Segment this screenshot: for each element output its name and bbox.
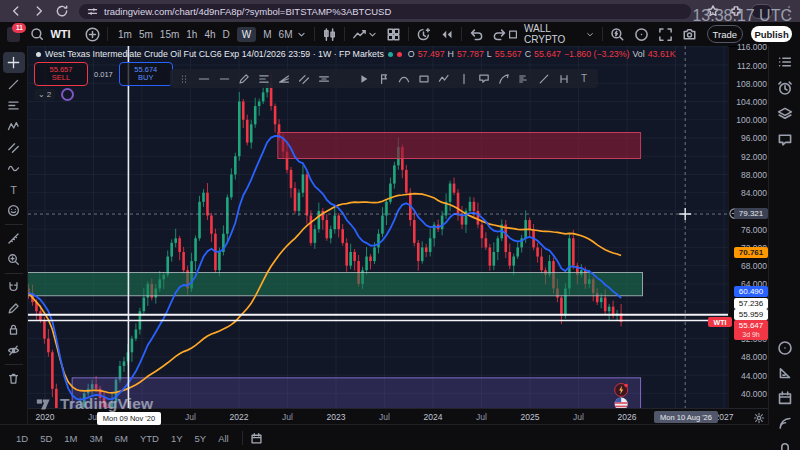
indicators-collapse-chip[interactable]: ⌄ 2 bbox=[34, 89, 55, 100]
timeframe-1h[interactable]: 1h bbox=[186, 29, 197, 40]
callout-icon[interactable] bbox=[474, 71, 494, 86]
undo-icon[interactable] bbox=[469, 27, 484, 42]
trend-line-icon[interactable] bbox=[534, 71, 554, 86]
calendar-icon[interactable] bbox=[777, 390, 793, 406]
range-6M[interactable]: 6M bbox=[115, 433, 128, 444]
timeframe-6M[interactable]: 6M bbox=[279, 29, 293, 40]
range-5D[interactable]: 5D bbox=[40, 433, 52, 444]
range-5Y[interactable]: 5Y bbox=[195, 433, 207, 444]
flat-channel-icon[interactable] bbox=[314, 71, 334, 86]
indicators-dropdown-icon[interactable] bbox=[367, 27, 378, 42]
timeframe-15m[interactable]: 15m bbox=[160, 29, 179, 40]
browser-url-bar[interactable]: tradingview.com/chart/4d9nFA8p/?symbol=B… bbox=[79, 4, 691, 19]
range-1D[interactable]: 1D bbox=[16, 433, 28, 444]
zoom-in-icon[interactable] bbox=[4, 250, 24, 269]
buy-button[interactable]: 55.674BUY bbox=[119, 62, 173, 86]
browser-refresh-icon[interactable] bbox=[55, 4, 69, 18]
trend-line-icon[interactable] bbox=[4, 75, 24, 94]
chart-style-icon[interactable] bbox=[322, 27, 337, 42]
layout-checkbox-icon[interactable] bbox=[507, 27, 519, 42]
parallel-channel-icon[interactable] bbox=[4, 138, 24, 157]
publish-button[interactable]: Publish bbox=[751, 26, 792, 42]
fib-retracement-icon[interactable] bbox=[254, 71, 274, 86]
range-All[interactable]: All bbox=[218, 433, 229, 444]
text-icon[interactable]: T bbox=[4, 180, 24, 199]
draw-edit-icon[interactable] bbox=[4, 299, 24, 318]
object-tree-icon[interactable] bbox=[777, 106, 793, 122]
fib-wedge-icon[interactable] bbox=[274, 71, 294, 86]
price-chart[interactable] bbox=[28, 46, 728, 408]
snapshot-icon[interactable] bbox=[682, 27, 697, 42]
measure-icon[interactable] bbox=[4, 229, 24, 248]
wave-icon[interactable] bbox=[4, 159, 24, 178]
xabcd-pattern-icon[interactable] bbox=[4, 117, 24, 136]
emoji-icon[interactable] bbox=[4, 201, 24, 220]
range-3M[interactable]: 3M bbox=[90, 433, 103, 444]
browser-back-icon[interactable] bbox=[9, 4, 23, 18]
symbol-search-icon[interactable] bbox=[30, 27, 45, 42]
timeframe-1m[interactable]: 1m bbox=[118, 29, 132, 40]
fullscreen-icon[interactable] bbox=[658, 27, 673, 42]
layout-name[interactable]: WALL CRYPTO bbox=[524, 23, 580, 45]
utc-clock[interactable]: 13:38:17 UTC bbox=[692, 7, 792, 25]
layout-dropdown-icon[interactable] bbox=[585, 27, 595, 42]
browser-forward-icon[interactable] bbox=[32, 4, 46, 18]
hide-drawings-icon[interactable] bbox=[4, 341, 24, 360]
range-1Y[interactable]: 1Y bbox=[171, 433, 183, 444]
volume-profile-icon[interactable] bbox=[514, 71, 534, 86]
arrow-marker-icon[interactable] bbox=[354, 71, 374, 86]
range-YTD[interactable]: YTD bbox=[140, 433, 159, 444]
symbol-legend[interactable]: West Texas Intermediate Crude Oil Fut CL… bbox=[36, 49, 676, 59]
vertical-line-icon[interactable] bbox=[454, 71, 474, 86]
chat-icon[interactable] bbox=[777, 132, 793, 148]
rectangle-icon[interactable] bbox=[414, 71, 434, 86]
redo-icon[interactable] bbox=[492, 27, 507, 42]
price-range-icon[interactable] bbox=[334, 71, 354, 86]
range-1M[interactable]: 1M bbox=[64, 433, 77, 444]
alerts-clock-icon[interactable] bbox=[777, 80, 793, 96]
flag-mark-icon[interactable] bbox=[374, 71, 394, 86]
bars-pattern-icon[interactable] bbox=[554, 71, 574, 86]
brush-icon[interactable] bbox=[234, 71, 254, 86]
indicators-icon[interactable] bbox=[352, 27, 367, 42]
crosshair-icon[interactable] bbox=[3, 52, 25, 73]
layout-grid-icon[interactable] bbox=[386, 27, 401, 42]
time-axis-settings-icon[interactable] bbox=[753, 412, 765, 424]
quick-search-icon[interactable] bbox=[610, 27, 625, 42]
timeframe-5m[interactable]: 5m bbox=[139, 29, 153, 40]
fib-retracement-icon[interactable] bbox=[4, 96, 24, 115]
horizontal-ray-icon[interactable] bbox=[214, 71, 234, 86]
tv-logo[interactable]: 11 bbox=[7, 27, 20, 42]
create-alert-icon[interactable] bbox=[416, 27, 431, 42]
lock-drawings-icon[interactable] bbox=[4, 320, 24, 339]
streams-icon[interactable] bbox=[777, 415, 793, 431]
zigzag-icon[interactable] bbox=[434, 71, 454, 86]
notifications-icon[interactable] bbox=[777, 440, 793, 450]
trade-button[interactable]: Trade bbox=[707, 25, 744, 43]
compare-symbol-icon[interactable] bbox=[85, 27, 100, 42]
symbol-search-value[interactable]: WTI bbox=[50, 28, 70, 40]
price-axis[interactable]: 116.000112.000108.000104.000100.00096.00… bbox=[728, 46, 770, 408]
ideas-icon[interactable] bbox=[777, 340, 793, 356]
timeframe-M[interactable]: M bbox=[263, 29, 271, 40]
goto-date-icon[interactable] bbox=[250, 432, 263, 445]
horizontal-line-icon[interactable] bbox=[194, 71, 214, 86]
tradingview-desktop-icon[interactable] bbox=[777, 365, 793, 381]
timeframe-dropdown-icon[interactable] bbox=[296, 27, 307, 42]
parallel-channel-icon[interactable] bbox=[294, 71, 314, 86]
drag-handle-icon[interactable] bbox=[174, 71, 194, 86]
curve-icon[interactable] bbox=[394, 71, 414, 86]
remove-drawings-icon[interactable] bbox=[4, 369, 24, 388]
sell-button[interactable]: 55.657SELL bbox=[34, 62, 88, 86]
timeframe-4h[interactable]: 4h bbox=[204, 29, 215, 40]
timeframe-D[interactable]: D bbox=[223, 29, 230, 40]
chart-settings-icon[interactable] bbox=[634, 27, 649, 42]
text-icon[interactable]: T bbox=[574, 71, 594, 86]
indicator-logo-icon[interactable] bbox=[61, 88, 74, 101]
magnet-icon[interactable] bbox=[4, 278, 24, 297]
legend-title[interactable]: West Texas Intermediate Crude Oil Fut CL… bbox=[45, 49, 384, 59]
bar-replay-icon[interactable] bbox=[439, 27, 454, 42]
watchlist-icon[interactable] bbox=[777, 54, 793, 70]
timeframe-W[interactable]: W bbox=[237, 27, 256, 42]
site-settings-icon[interactable] bbox=[87, 6, 98, 17]
